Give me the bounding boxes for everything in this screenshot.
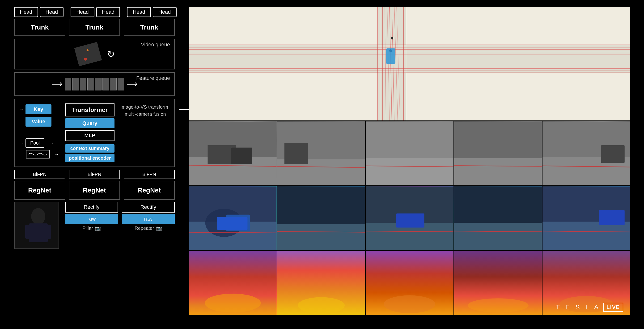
cam-svg-r3c3 bbox=[366, 251, 454, 315]
svg-rect-3 bbox=[25, 225, 31, 239]
value-button[interactable]: Value bbox=[26, 117, 52, 127]
pool-button[interactable]: Pool bbox=[26, 138, 44, 148]
film-dot-red bbox=[84, 57, 87, 61]
svg-rect-56 bbox=[278, 224, 365, 250]
wave-arrow-right-icon: → bbox=[54, 151, 59, 157]
person-image bbox=[15, 202, 58, 248]
cam-svg-r2c3 bbox=[366, 186, 454, 250]
head-button-2[interactable]: Head bbox=[40, 7, 64, 17]
cam-svg-r2c2 bbox=[278, 186, 365, 250]
map-view bbox=[189, 7, 630, 120]
cam-cell-r1-c3 bbox=[366, 121, 454, 185]
arrow-right-icon: ⟶ bbox=[126, 80, 138, 89]
cam-svg-r2c1 bbox=[189, 186, 277, 250]
regnet-1: RegNet bbox=[14, 181, 65, 200]
cam-cell-r2-c2 bbox=[278, 186, 365, 250]
pillar-raw[interactable]: raw bbox=[65, 214, 118, 224]
cam-cell-r1-c4 bbox=[454, 121, 542, 185]
svg-rect-47 bbox=[601, 145, 625, 163]
wave-item: → → bbox=[19, 150, 62, 158]
svg-point-72 bbox=[298, 297, 345, 314]
cam-svg-r3c1 bbox=[189, 251, 277, 315]
feature-block-3 bbox=[80, 78, 86, 91]
head-button-1[interactable]: Head bbox=[14, 7, 38, 17]
svg-rect-37 bbox=[284, 143, 308, 164]
feature-queue-box: Feature queue ⟶ ⟶ bbox=[14, 72, 175, 96]
trunk-1: Trunk bbox=[14, 19, 65, 36]
cam-cell-r2-c1 bbox=[189, 186, 277, 250]
cam-cell-r3-c3 bbox=[366, 251, 454, 315]
bifpn-2: BiFPN bbox=[69, 170, 120, 179]
cam-cell-r2-c4 bbox=[454, 186, 542, 250]
cam-cell-r2-c5 bbox=[542, 186, 630, 250]
architecture-diagram: Head Head Head Head Head Head Trunk Trun… bbox=[14, 7, 175, 319]
bifpn-row: BiFPN BiFPN BiFPN bbox=[14, 170, 175, 179]
spacer bbox=[19, 129, 62, 136]
trunk-row: Trunk Trunk Trunk bbox=[14, 19, 175, 36]
transform-label: image-to-VS transform + multi-camera fus… bbox=[121, 103, 170, 118]
film-dot-orange bbox=[86, 49, 89, 52]
svg-point-1 bbox=[31, 208, 45, 225]
svg-rect-29 bbox=[392, 37, 393, 40]
svg-rect-53 bbox=[217, 217, 248, 230]
cam-svg-r3c2 bbox=[278, 251, 365, 315]
head-button-6[interactable]: Head bbox=[153, 7, 176, 17]
camera-section: Rectify raw Pillar 📷 Rectify raw Repeate… bbox=[14, 202, 175, 249]
key-button[interactable]: Key bbox=[26, 104, 52, 114]
right-panel: T E S L A LIVE bbox=[189, 7, 630, 316]
bifpn-1: BiFPN bbox=[14, 170, 65, 179]
feature-block-1 bbox=[65, 78, 71, 91]
svg-rect-7 bbox=[189, 45, 630, 73]
svg-point-28 bbox=[389, 49, 392, 52]
live-badge: LIVE bbox=[603, 303, 623, 312]
person-svg bbox=[15, 202, 59, 249]
transformer-description: image-to-VS transform + multi-camera fus… bbox=[118, 103, 170, 118]
repeater-rectify[interactable]: Rectify bbox=[122, 202, 175, 213]
cam-cell-r3-c2 bbox=[278, 251, 365, 315]
head-group-1: Head Head bbox=[14, 7, 64, 17]
trunk-2: Trunk bbox=[69, 19, 120, 36]
svg-rect-4 bbox=[45, 225, 51, 239]
pillar-camera-icon: 📷 bbox=[95, 225, 101, 231]
feature-block-6 bbox=[102, 78, 109, 91]
head-button-3[interactable]: Head bbox=[70, 7, 94, 17]
transformer-title: Transformer bbox=[65, 103, 114, 116]
cam-svg-r3c4 bbox=[454, 251, 542, 315]
repeater-group: Rectify raw Repeater 📷 bbox=[122, 202, 175, 231]
query-box: Query bbox=[65, 118, 114, 128]
cam-cell-r1-c1 bbox=[189, 121, 277, 185]
pillar-rectify[interactable]: Rectify bbox=[65, 202, 118, 213]
feature-block-8 bbox=[118, 78, 124, 91]
transformer-center: Transformer Query MLP context summary po… bbox=[65, 103, 114, 162]
regnet-2: RegNet bbox=[69, 181, 120, 200]
transformer-box: → Key → Value → Pool → → bbox=[14, 99, 175, 167]
repeater-camera-icon: 📷 bbox=[156, 225, 162, 231]
speaker-box bbox=[14, 202, 59, 249]
cam-svg-r2c5 bbox=[542, 186, 630, 250]
kv-section: → Key → Value → Pool → → bbox=[19, 103, 62, 158]
trunk-3: Trunk bbox=[124, 19, 175, 36]
head-button-5[interactable]: Head bbox=[127, 7, 151, 17]
transformer-inner: → Key → Value → Pool → → bbox=[19, 103, 170, 162]
key-arrow-icon: → bbox=[19, 107, 24, 112]
feature-block-7 bbox=[110, 78, 116, 91]
positional-encoder-box: positional encoder bbox=[65, 154, 114, 162]
heads-row-1: Head Head Head Head Head Head bbox=[14, 7, 175, 17]
cam-svg-r1c1 bbox=[189, 121, 277, 185]
key-item: → Key bbox=[19, 104, 62, 114]
repeater-raw[interactable]: raw bbox=[122, 214, 175, 224]
film-strip bbox=[74, 42, 102, 66]
tesla-text: T E S L A bbox=[556, 303, 600, 311]
feature-block-5 bbox=[95, 78, 102, 91]
pillar-label: Pillar 📷 bbox=[65, 225, 118, 231]
camera-grid bbox=[189, 121, 630, 315]
head-button-4[interactable]: Head bbox=[96, 7, 120, 17]
cam-svg-r2c4 bbox=[454, 186, 542, 250]
feature-queue-label: Feature queue bbox=[136, 75, 170, 81]
svg-rect-2 bbox=[29, 223, 48, 242]
cam-svg-r1c2 bbox=[278, 121, 365, 185]
video-queue-label: Video queue bbox=[141, 42, 170, 48]
svg-rect-40 bbox=[366, 158, 454, 185]
video-film bbox=[74, 44, 102, 65]
repeater-label: Repeater 📷 bbox=[122, 225, 175, 231]
